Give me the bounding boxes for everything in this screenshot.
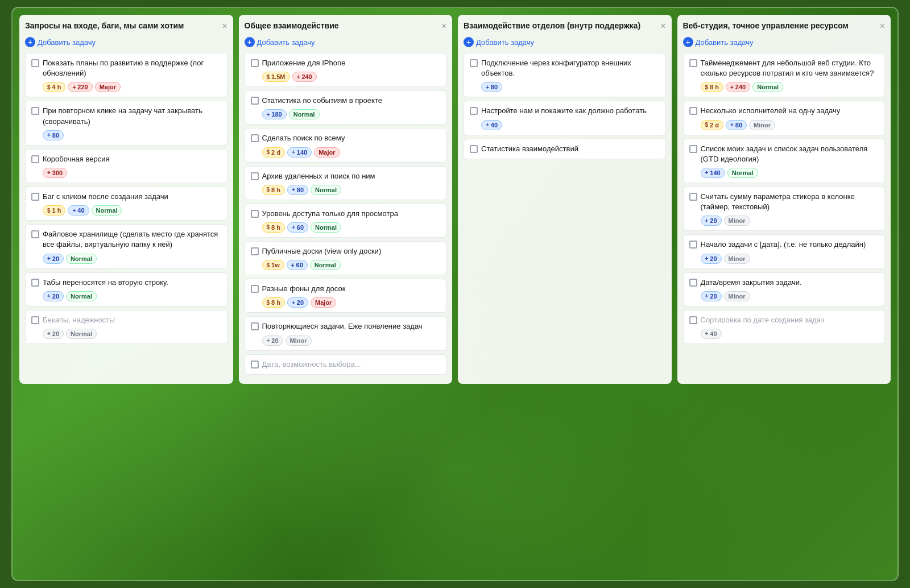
column-close-button[interactable]: ×	[222, 21, 227, 31]
tag-icon: +	[267, 111, 270, 118]
tag-icon: $	[267, 262, 270, 268]
task-checkbox[interactable]	[251, 59, 259, 67]
task-checkbox[interactable]	[689, 279, 697, 287]
task-checkbox[interactable]	[31, 59, 39, 67]
tag-text: Normal	[315, 262, 336, 268]
task-tag: +140	[701, 168, 725, 178]
task-tags: +20Normal	[31, 329, 221, 339]
task-tags: $1 h+40Normal	[31, 205, 221, 216]
task-title: Уровень доступа только для просмотра	[262, 209, 441, 219]
task-card[interactable]: Архив удаленных и поиск по ним$8 h+80Nor…	[245, 166, 447, 200]
task-tag: Normal	[752, 82, 783, 92]
task-card[interactable]: Баг с кликом после создания задачи$1 h+4…	[25, 187, 228, 221]
tag-text: 240	[301, 73, 312, 80]
task-title: Статистика взаимодействий	[481, 144, 660, 154]
add-task-button[interactable]: +Добавить задачу	[245, 36, 447, 48]
column-close-button[interactable]: ×	[880, 21, 885, 31]
task-card[interactable]: Приложение для IPhone$1.5M+240	[245, 53, 447, 87]
task-card[interactable]: Статистика взаимодействий	[464, 139, 666, 159]
task-checkbox[interactable]	[31, 193, 39, 201]
task-card[interactable]: Повторяющиеся задачи. Еже появление зада…	[245, 316, 447, 350]
tag-icon: $	[705, 122, 709, 128]
task-checkbox[interactable]	[689, 59, 697, 67]
task-title: Баг с кликом после создания задачи	[43, 192, 221, 202]
tag-text: 40	[77, 207, 84, 214]
task-checkbox[interactable]	[31, 279, 39, 287]
task-checkbox[interactable]	[31, 230, 39, 238]
task-checkbox[interactable]	[251, 97, 259, 105]
task-card-header: Статистика по событиям в проекте	[251, 96, 441, 106]
task-checkbox[interactable]	[470, 145, 478, 153]
task-checkbox[interactable]	[470, 59, 478, 67]
task-card[interactable]: Дата, возможность выбора...	[245, 354, 447, 375]
task-card[interactable]: Публичные доски (view only доски)$1w+60N…	[245, 241, 447, 275]
tag-text: 240	[735, 84, 746, 90]
task-card[interactable]: Подключение через конфигуратор внешних о…	[464, 53, 666, 97]
task-card[interactable]: Бекапы, надежность!+20Normal	[25, 310, 228, 344]
task-card-header: Начало задачи с [дата]. (т.е. не только …	[689, 239, 879, 250]
task-tags: +20Minor	[689, 216, 879, 226]
tag-icon: $	[267, 74, 270, 80]
task-card[interactable]: Сортировка по дате создания задач+40	[683, 310, 886, 344]
task-checkbox[interactable]	[251, 322, 259, 330]
task-title: Начало задачи с [дата]. (т.е. не только …	[701, 239, 879, 250]
task-card[interactable]: Тайменеджемент для небольшой веб студии.…	[683, 53, 886, 97]
task-card[interactable]: Статистика по событиям в проекте+180Norm…	[245, 90, 447, 125]
task-checkbox[interactable]	[689, 193, 697, 201]
task-tags: $2 d+140Major	[251, 147, 441, 158]
task-title: При повторном клике на задачу чат закрыв…	[43, 106, 221, 126]
task-checkbox[interactable]	[251, 285, 259, 293]
task-card[interactable]: Показать планы по развитию в поддержке (…	[25, 53, 228, 97]
tag-icon: +	[47, 330, 51, 337]
add-task-button[interactable]: +Добавить задачу	[464, 36, 666, 48]
task-card-header: Показать планы по развитию в поддержке (…	[31, 58, 221, 78]
task-tag: Normal	[66, 254, 97, 264]
task-card[interactable]: Список моих задач и список задач пользов…	[683, 139, 886, 183]
task-checkbox[interactable]	[31, 107, 39, 115]
task-card[interactable]: Сделать поиск по всему$2 d+140Major	[245, 128, 447, 162]
task-checkbox[interactable]	[31, 155, 39, 163]
task-checkbox[interactable]	[689, 316, 697, 324]
task-checkbox[interactable]	[251, 361, 259, 368]
task-card-header: Табы переносятся на вторую строку.	[31, 278, 221, 288]
task-tag: +240	[292, 72, 317, 82]
task-card[interactable]: Дата/время закрытия задачи.+20Minor	[683, 272, 886, 307]
task-checkbox[interactable]	[251, 210, 259, 218]
task-card[interactable]: Разные фоны для досок$8 h+20Major	[245, 279, 447, 313]
task-card[interactable]: Коробочная версия+300	[25, 149, 228, 183]
task-tags: +20Normal	[31, 254, 221, 264]
task-card[interactable]: Файловое хранилище (сделать место где хр…	[25, 224, 228, 268]
tag-icon: $	[267, 187, 270, 193]
task-card[interactable]: Начало задачи с [дата]. (т.е. не только …	[683, 234, 886, 268]
column-close-button[interactable]: ×	[660, 21, 665, 31]
add-task-label: Добавить задачу	[257, 38, 315, 47]
task-card[interactable]: Настройте нам и покажите как должно рабо…	[464, 101, 666, 135]
task-checkbox[interactable]	[31, 316, 39, 324]
tag-icon: +	[486, 122, 489, 128]
task-checkbox[interactable]	[689, 107, 697, 115]
task-checkbox[interactable]	[251, 172, 259, 180]
tag-icon: $	[47, 208, 51, 214]
task-tag: $8 h	[262, 185, 285, 195]
task-card[interactable]: Несколько исполнителей на одну задачу$2 …	[683, 101, 886, 135]
task-title: Коробочная версия	[43, 154, 221, 164]
task-checkbox[interactable]	[689, 145, 697, 153]
tag-text: 20	[271, 337, 278, 344]
task-card[interactable]: Считать сумму параметра стикера в колонк…	[683, 187, 886, 231]
task-checkbox[interactable]	[251, 247, 259, 255]
task-card[interactable]: Уровень доступа только для просмотра$8 h…	[245, 204, 447, 238]
task-card[interactable]: Табы переносятся на вторую строку.+20Nor…	[25, 272, 228, 307]
add-task-button[interactable]: +Добавить задачу	[25, 36, 228, 48]
task-checkbox[interactable]	[689, 241, 697, 249]
column-close-button[interactable]: ×	[441, 21, 446, 31]
task-card-header: Список моих задач и список задач пользов…	[689, 144, 879, 164]
tag-text: 60	[296, 262, 303, 268]
task-card[interactable]: При повторном клике на задачу чат закрыв…	[25, 101, 228, 145]
tag-text: Major	[318, 149, 335, 156]
task-checkbox[interactable]	[251, 134, 259, 142]
tag-icon: +	[292, 300, 295, 306]
task-tag: Minor	[724, 254, 750, 264]
task-tags: +20Normal	[31, 291, 221, 301]
task-checkbox[interactable]	[470, 107, 478, 115]
add-task-button[interactable]: +Добавить задачу	[683, 36, 886, 48]
